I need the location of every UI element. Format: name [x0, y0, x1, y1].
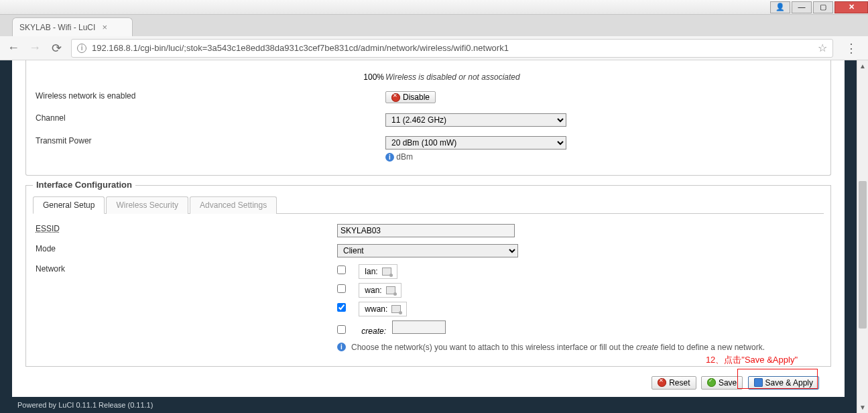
disable-button[interactable]: Disable — [385, 91, 436, 103]
tab-advanced-settings[interactable]: Advanced Settings — [190, 196, 277, 214]
reset-button-label: Reset — [669, 378, 690, 388]
disable-button-label: Disable — [403, 93, 430, 102]
wireless-enabled-label: Wireless network is enabled — [36, 87, 384, 108]
window-user-icon[interactable]: 👤 — [770, 1, 790, 13]
browser-toolbar: ← → ⟳ i 192.168.8.1/cgi-bin/luci/;stok=3… — [0, 36, 868, 60]
network-create-input[interactable] — [392, 320, 446, 334]
txpower-hint: dBm — [396, 152, 413, 162]
scroll-thumb[interactable] — [859, 181, 867, 329]
save-button-label: Save — [719, 378, 737, 388]
wireless-status-text: Wireless is disabled or not associated — [385, 68, 821, 86]
txpower-select[interactable]: 20 dBm (100 mW) — [385, 136, 566, 150]
network-wwan-label: wwan: — [365, 304, 387, 314]
bookmark-star-icon[interactable]: ☆ — [818, 42, 827, 54]
network-wan-checkbox[interactable] — [337, 284, 346, 293]
network-label: Network — [36, 264, 337, 274]
network-wwan-checkbox[interactable] — [337, 303, 346, 312]
action-buttons: Reset Save Save & Apply — [25, 367, 831, 396]
reset-icon — [658, 378, 666, 387]
window-minimize-button[interactable]: — — [792, 1, 812, 13]
mode-label: Mode — [36, 244, 337, 253]
address-bar[interactable]: i 192.168.8.1/cgi-bin/luci/;stok=3a543c1… — [71, 39, 833, 58]
annotation-text: 12、点击"Save &Apply" — [706, 354, 798, 366]
save-button[interactable]: Save — [701, 376, 743, 390]
tab-close-icon[interactable]: × — [102, 22, 107, 32]
network-lan-label: lan: — [365, 267, 377, 276]
device-config-panel: 100% Wireless is disabled or not associa… — [25, 60, 831, 176]
annotation-highlight-box — [737, 369, 818, 389]
channel-label: Channel — [36, 109, 384, 131]
network-help-text: Choose the network(s) you want to attach… — [351, 343, 765, 352]
mode-select[interactable]: Client — [337, 244, 518, 257]
signal-percent: 100% — [36, 68, 384, 86]
browser-menu-button[interactable]: ⋮ — [841, 41, 861, 56]
reset-button[interactable]: Reset — [652, 376, 696, 390]
network-icon — [382, 268, 391, 276]
site-info-icon[interactable]: i — [77, 44, 86, 53]
network-lan-checkbox[interactable] — [337, 266, 346, 274]
forward-button: → — [28, 41, 42, 55]
browser-tabstrip: SKYLAB - Wifi - LuCI × — [0, 15, 868, 36]
essid-label: ESSID — [36, 224, 337, 233]
window-close-button[interactable]: ✕ — [834, 1, 868, 13]
network-wan-item[interactable]: wan: — [359, 283, 401, 298]
url-text: 192.168.8.1/cgi-bin/luci/;stok=3a543c1e8… — [92, 43, 509, 53]
browser-tab[interactable]: SKYLAB - Wifi - LuCI × — [12, 17, 133, 36]
interface-config-legend: Interface Configuration — [33, 180, 135, 190]
network-create-label: create: — [361, 327, 386, 336]
network-icon — [391, 305, 401, 313]
viewport: 100% Wireless is disabled or not associa… — [0, 60, 868, 413]
scroll-down-arrow[interactable]: ▼ — [857, 402, 868, 413]
back-button[interactable]: ← — [7, 41, 20, 55]
network-lan-item[interactable]: lan: — [359, 264, 397, 279]
window-titlebar: 👤 — ▢ ✕ — [0, 0, 868, 15]
page-footer: Powered by LuCI 0.11.1 Release (0.11.1) — [12, 397, 845, 413]
tab-general-setup[interactable]: General Setup — [33, 196, 105, 214]
network-wan-label: wan: — [365, 286, 381, 295]
network-create-checkbox[interactable] — [337, 325, 346, 334]
window-maximize-button[interactable]: ▢ — [813, 1, 833, 13]
channel-select[interactable]: 11 (2.462 GHz) — [385, 113, 566, 127]
interface-config-panel: Interface Configuration General Setup Wi… — [25, 185, 831, 367]
save-icon — [707, 378, 716, 387]
disable-icon — [391, 93, 400, 102]
scroll-up-arrow[interactable]: ▲ — [857, 60, 868, 72]
essid-input[interactable] — [337, 224, 515, 237]
info-icon: i — [385, 153, 394, 162]
network-wwan-item[interactable]: wwan: — [359, 302, 407, 316]
page-content: 100% Wireless is disabled or not associa… — [12, 60, 845, 413]
tab-title: SKYLAB - Wifi - LuCI — [19, 23, 95, 32]
tab-wireless-security[interactable]: Wireless Security — [106, 196, 188, 214]
info-icon: i — [337, 343, 346, 351]
iface-tabs: General Setup Wireless Security Advanced… — [33, 196, 824, 214]
txpower-label: Transmit Power — [36, 132, 384, 166]
reload-button[interactable]: ⟳ — [50, 41, 63, 56]
network-icon — [386, 286, 395, 294]
scrollbar[interactable]: ▲ ▼ — [857, 60, 868, 413]
